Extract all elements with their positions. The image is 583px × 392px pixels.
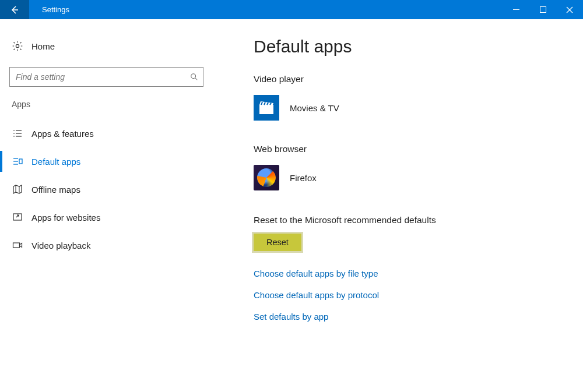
firefox-icon: [254, 165, 279, 190]
maximize-button[interactable]: [529, 0, 556, 19]
back-arrow-icon: [9, 5, 20, 15]
link-protocol[interactable]: Choose default apps by protocol: [254, 290, 560, 300]
web-browser-selector[interactable]: Firefox: [254, 163, 560, 211]
home-button[interactable]: Home: [0, 37, 213, 55]
sidebar-item-offline-maps[interactable]: Offline maps: [0, 175, 213, 203]
reset-description: Reset to the Microsoft recommended defau…: [254, 215, 560, 225]
sidebar: Home Apps Apps & features: [0, 19, 213, 392]
close-icon: [566, 6, 573, 13]
svg-point-6: [191, 74, 196, 79]
svg-rect-22: [259, 105, 273, 114]
minimize-icon: [513, 6, 519, 13]
map-icon: [12, 184, 23, 195]
sidebar-item-label: Apps & features: [31, 129, 94, 139]
search-input-container[interactable]: [9, 67, 203, 87]
close-button[interactable]: [556, 0, 583, 19]
home-label: Home: [31, 41, 55, 51]
page-title: Default apps: [254, 37, 560, 56]
category-label: Apps: [0, 100, 213, 115]
web-browser-app-name: Firefox: [290, 173, 317, 183]
video-player-label: Video player: [254, 74, 560, 84]
sidebar-item-label: Video playback: [31, 241, 90, 250]
gear-icon: [12, 40, 23, 52]
link-set-defaults-by-app[interactable]: Set defaults by app: [254, 312, 560, 322]
defaults-icon: [12, 156, 23, 167]
svg-rect-21: [13, 243, 20, 248]
sidebar-item-apps-websites[interactable]: Apps for websites: [0, 203, 213, 231]
link-file-type[interactable]: Choose default apps by file type: [254, 269, 560, 278]
sidebar-item-video-playback[interactable]: Video playback: [0, 231, 213, 259]
reset-button[interactable]: Reset: [254, 234, 301, 251]
svg-rect-2: [540, 7, 546, 13]
sidebar-item-default-apps[interactable]: Default apps: [0, 147, 213, 175]
search-icon: [190, 73, 198, 81]
list-icon: [12, 128, 23, 139]
video-player-selector[interactable]: Movies & TV: [254, 93, 560, 142]
content-area: Default apps Video player Movies & TV We…: [213, 19, 583, 392]
sidebar-item-apps-features[interactable]: Apps & features: [0, 119, 213, 147]
web-browser-label: Web browser: [254, 144, 560, 154]
minimize-button[interactable]: [503, 0, 529, 19]
maximize-icon: [540, 6, 546, 13]
window-title: Settings: [29, 5, 69, 14]
sidebar-item-label: Apps for websites: [31, 213, 100, 223]
titlebar: Settings: [0, 0, 583, 19]
svg-line-7: [195, 78, 198, 80]
movies-tv-icon: [254, 95, 279, 121]
open-in-app-icon: [12, 212, 23, 223]
video-player-app-name: Movies & TV: [290, 103, 339, 113]
sidebar-item-label: Default apps: [31, 157, 80, 167]
nav-list: Apps & features Default apps Offline map…: [0, 115, 213, 259]
svg-point-5: [16, 44, 19, 47]
search-input[interactable]: [16, 72, 190, 82]
back-button[interactable]: [0, 0, 29, 19]
video-icon: [12, 240, 23, 250]
sidebar-item-label: Offline maps: [31, 185, 80, 195]
svg-rect-17: [19, 159, 22, 164]
